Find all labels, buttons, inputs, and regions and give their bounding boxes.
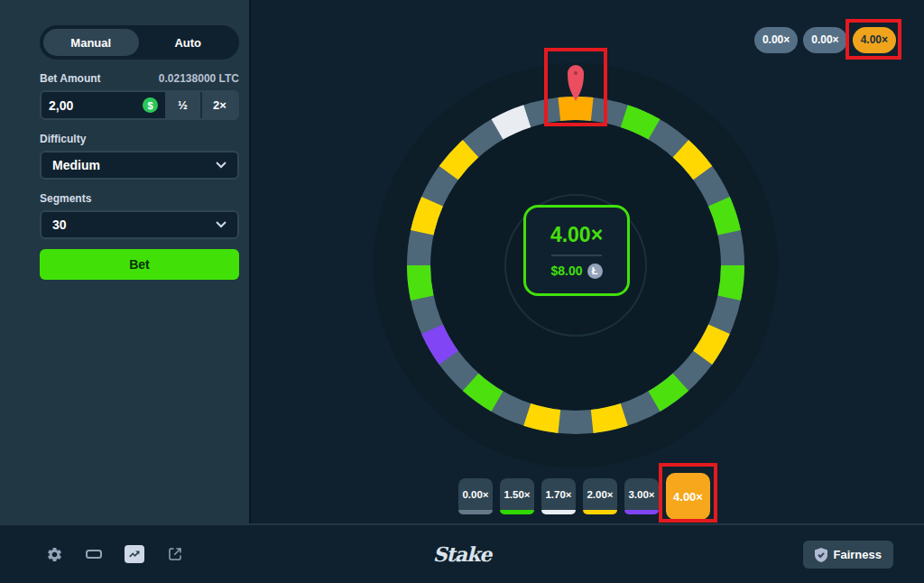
wheel-segment-yellow [703, 329, 719, 358]
result-badge[interactable]: 0.00× [803, 27, 846, 53]
result-multiplier: 4.00× [550, 223, 603, 247]
difficulty-selected-value: Medium [52, 158, 100, 172]
multiplier-button[interactable]: 1.50× [500, 478, 534, 514]
chevron-down-icon [216, 162, 226, 169]
bet-controls-sidebar: Manual Auto Bet Amount 0.02138000 LTC $ … [0, 0, 251, 523]
multiplier-button-label: 0.00× [462, 489, 488, 500]
wheel-segment-yellow [422, 201, 432, 233]
annotation-box-wheel-pointer [544, 48, 607, 126]
bet-amount-row: $ ½ 2× [40, 90, 239, 120]
half-bet-button[interactable]: ½ [165, 92, 200, 118]
litecoin-icon: Ł [587, 264, 603, 279]
result-badge[interactable]: 0.00× [754, 27, 798, 53]
wheel-game-page: Manual Auto Bet Amount 0.02138000 LTC $ … [0, 0, 924, 583]
wheel-result-panel: 4.00× $8.00 Ł [523, 205, 630, 296]
wheel-segment-green [719, 201, 729, 233]
multiplier-button[interactable]: 2.00× [583, 478, 617, 514]
payout-amount: $8.00 [550, 264, 582, 278]
wheel-segment-yellow [527, 414, 559, 421]
annotation-box-latest-result [845, 19, 901, 60]
dollar-icon: $ [143, 97, 158, 113]
multiplier-button[interactable]: 0.00× [458, 478, 493, 514]
multiplier-color-strip [583, 510, 617, 514]
segments-label: Segments [40, 192, 239, 205]
wheel-segment-green [729, 265, 733, 298]
wheel-segment-green [624, 116, 654, 130]
difficulty-label: Difficulty [40, 133, 239, 145]
game-area: 0.00×0.00×4.00× 4.00× $8.00 Ł 0.00×1.50×… [251, 0, 924, 523]
chevron-down-icon [216, 221, 226, 228]
multiplier-color-strip [458, 510, 493, 514]
game-footer: Stake Fairness [0, 523, 924, 583]
multiplier-button-label: 1.70× [545, 489, 571, 500]
divider [551, 254, 602, 256]
fairness-label: Fairness [834, 548, 882, 561]
multiplier-button-label: 3.00× [628, 489, 654, 500]
wheel-segment-green [419, 265, 422, 298]
multiplier-button-label: 2.00× [587, 489, 613, 500]
bet-amount-label: Bet Amount [40, 72, 101, 85]
double-bet-button[interactable]: 2× [202, 92, 237, 118]
segments-selected-value: 30 [52, 217, 67, 232]
fairness-button[interactable]: Fairness [803, 541, 893, 569]
tab-auto[interactable]: Auto [141, 29, 236, 56]
wheel-segment-white [497, 116, 527, 130]
shield-check-icon [815, 548, 827, 562]
bet-amount-input-wrap: $ [42, 92, 165, 118]
bet-amount-crypto-value: 0.02138000 LTC [159, 72, 239, 85]
bet-mode-tabs: Manual Auto [40, 25, 239, 60]
bet-button[interactable]: Bet [40, 249, 239, 280]
annotation-box-multiplier-4x [659, 463, 717, 523]
wheel-segment-yellow [592, 414, 624, 421]
stake-logo: Stake [0, 542, 924, 566]
multiplier-button[interactable]: 3.00× [624, 478, 659, 514]
bet-amount-input[interactable] [49, 98, 139, 113]
multiplier-color-strip [500, 510, 534, 514]
tab-manual[interactable]: Manual [43, 29, 139, 56]
multiplier-button-label: 1.50× [504, 489, 530, 500]
multiplier-color-strip [541, 510, 576, 514]
wheel-segment-purple [432, 329, 448, 358]
difficulty-select[interactable]: Medium [40, 151, 239, 180]
segments-select[interactable]: 30 [40, 210, 239, 239]
multiplier-color-strip [624, 510, 659, 514]
multiplier-button[interactable]: 1.70× [541, 478, 576, 514]
